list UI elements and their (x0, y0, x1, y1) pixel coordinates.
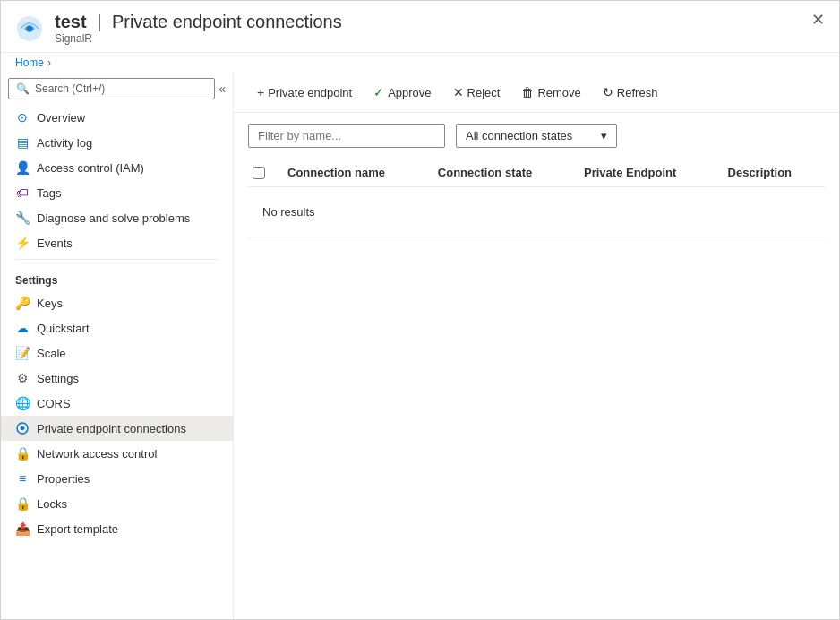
sidebar-item-activity-log[interactable]: ▤ Activity log (1, 130, 233, 155)
approve-button[interactable]: ✓ Approve (364, 80, 440, 105)
sidebar-item-label: Network access control (37, 447, 157, 461)
sidebar-item-quickstart[interactable]: ☁ Quickstart (1, 315, 233, 340)
breadcrumb-separator: › (47, 56, 51, 69)
resource-type: SignalR (55, 32, 342, 45)
refresh-icon: ↻ (603, 85, 613, 99)
page-title: test | Private endpoint connections (55, 12, 342, 32)
sidebar-item-settings[interactable]: ⚙ Settings (1, 366, 233, 391)
sidebar-item-access-control[interactable]: 👤 Access control (IAM) (1, 155, 233, 180)
no-results-row: No results (248, 187, 825, 237)
settings-menu: 🔑 Keys ☁ Quickstart 📝 Scale ⚙ Settings 🌐 (1, 290, 233, 541)
sidebar-item-locks[interactable]: 🔒 Locks (1, 491, 233, 516)
refresh-button[interactable]: ↻ Refresh (594, 80, 667, 105)
export-template-icon: 📤 (15, 521, 30, 536)
overview-icon: ⊙ (15, 110, 30, 125)
svg-point-1 (27, 26, 32, 31)
scale-icon: 📝 (15, 346, 30, 360)
connection-name-header: Connection name (277, 159, 427, 187)
sidebar-item-scale[interactable]: 📝 Scale (1, 340, 233, 366)
settings-section-header: Settings (1, 263, 233, 290)
chevron-down-icon: ▾ (601, 129, 607, 142)
breadcrumb: Home › (1, 53, 839, 73)
section-divider (15, 259, 219, 260)
search-icon: 🔍 (16, 82, 30, 95)
connection-state-dropdown[interactable]: All connection states ▾ (456, 124, 617, 148)
sidebar-item-overview[interactable]: ⊙ Overview (1, 105, 233, 130)
sidebar-item-diagnose[interactable]: 🔧 Diagnose and solve problems (1, 205, 233, 230)
locks-icon: 🔒 (15, 496, 30, 511)
tags-icon: 🏷 (15, 185, 30, 200)
sidebar-item-export-template[interactable]: 📤 Export template (1, 516, 233, 541)
nav-menu: ⊙ Overview ▤ Activity log 👤 Access contr… (1, 105, 233, 255)
reject-label: Reject (467, 86, 501, 99)
add-private-endpoint-label: Private endpoint (268, 86, 352, 99)
sidebar-item-keys[interactable]: 🔑 Keys (1, 290, 233, 315)
sidebar-item-label: Activity log (37, 136, 92, 150)
keys-icon: 🔑 (15, 296, 30, 310)
approve-label: Approve (388, 86, 431, 99)
sidebar-item-label: Properties (37, 472, 90, 486)
sidebar-item-label: Scale (37, 347, 66, 360)
sidebar-item-label: Tags (37, 186, 61, 200)
toolbar: + Private endpoint ✓ Approve ✕ Reject 🗑 … (234, 73, 839, 113)
reject-icon: ✕ (453, 85, 464, 99)
sidebar-item-label: Access control (IAM) (37, 161, 144, 175)
sidebar-item-label: Private endpoint connections (37, 422, 186, 435)
svg-point-3 (21, 426, 24, 430)
no-results-message: No results (259, 194, 814, 229)
sidebar-item-label: Locks (37, 497, 67, 511)
search-input[interactable]: 🔍 Search (Ctrl+/) (8, 78, 215, 99)
add-icon: + (257, 85, 264, 99)
connection-state-header: Connection state (427, 159, 573, 187)
table-header-row: Connection name Connection state Private… (248, 159, 825, 187)
header-title-group: test | Private endpoint connections Sign… (55, 12, 342, 45)
home-link[interactable]: Home (15, 56, 44, 69)
sidebar: 🔍 Search (Ctrl+/) « ⊙ Overview ▤ Activit… (1, 73, 234, 619)
sidebar-item-tags[interactable]: 🏷 Tags (1, 180, 233, 205)
checkbox-header (248, 159, 277, 187)
quickstart-icon: ☁ (15, 321, 30, 335)
sidebar-item-label: Diagnose and solve problems (37, 211, 190, 225)
select-all-checkbox[interactable] (253, 167, 265, 179)
page-header: test | Private endpoint connections Sign… (1, 1, 839, 53)
cors-icon: 🌐 (15, 396, 30, 410)
sidebar-item-events[interactable]: ⚡ Events (1, 230, 233, 255)
sidebar-item-properties[interactable]: ≡ Properties (1, 466, 233, 491)
diagnose-icon: 🔧 (15, 211, 30, 225)
remove-label: Remove (537, 86, 580, 99)
collapse-button[interactable]: « (219, 82, 226, 96)
properties-icon: ≡ (15, 471, 30, 486)
sidebar-item-label: CORS (37, 397, 71, 410)
reject-button[interactable]: ✕ Reject (444, 80, 510, 105)
description-header: Description (717, 159, 825, 187)
sidebar-item-label: Overview (37, 111, 85, 125)
private-endpoint-icon (15, 421, 30, 435)
main-layout: 🔍 Search (Ctrl+/) « ⊙ Overview ▤ Activit… (1, 73, 839, 619)
sidebar-item-label: Keys (37, 297, 63, 310)
private-endpoint-header: Private Endpoint (573, 159, 717, 187)
content-area: + Private endpoint ✓ Approve ✕ Reject 🗑 … (234, 73, 839, 619)
filter-name-input[interactable] (248, 124, 445, 148)
sidebar-item-label: Settings (37, 372, 79, 385)
sidebar-item-cors[interactable]: 🌐 CORS (1, 391, 233, 416)
approve-icon: ✓ (373, 85, 384, 99)
sidebar-item-network-access[interactable]: 🔒 Network access control (1, 441, 233, 466)
add-private-endpoint-button[interactable]: + Private endpoint (248, 80, 361, 105)
activity-log-icon: ▤ (15, 135, 30, 150)
close-button[interactable]: ✕ (811, 12, 825, 28)
access-control-icon: 👤 (15, 160, 30, 175)
events-icon: ⚡ (15, 236, 30, 250)
remove-icon: 🗑 (521, 85, 534, 99)
sidebar-item-label: Events (37, 237, 73, 250)
search-placeholder: Search (Ctrl+/) (35, 82, 105, 95)
sidebar-item-label: Export template (37, 522, 118, 536)
app-container: test | Private endpoint connections Sign… (0, 0, 840, 620)
sidebar-item-label: Quickstart (37, 322, 90, 335)
sidebar-item-private-endpoint[interactable]: Private endpoint connections (1, 416, 233, 441)
table-container: Connection name Connection state Private… (234, 159, 839, 619)
connections-table: Connection name Connection state Private… (248, 159, 825, 237)
remove-button[interactable]: 🗑 Remove (512, 80, 589, 105)
filter-bar: All connection states ▾ (234, 113, 839, 159)
network-access-icon: 🔒 (15, 446, 30, 461)
refresh-label: Refresh (617, 86, 658, 99)
